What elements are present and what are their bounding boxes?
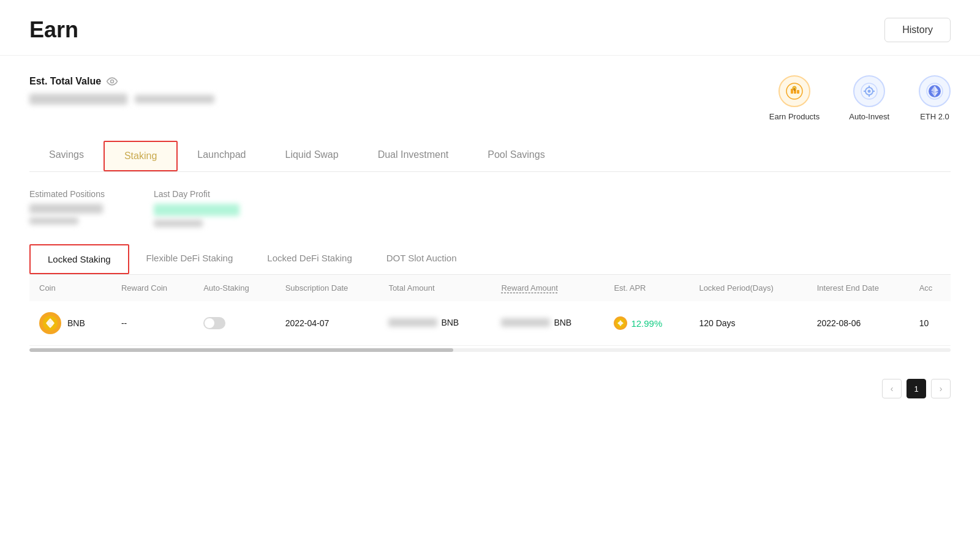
nav-eth20[interactable]: ETH 2.0 <box>919 75 951 121</box>
value-blur-2 <box>135 95 214 103</box>
auto-staking-cell <box>194 301 275 346</box>
tab-staking[interactable]: Staking <box>104 141 178 171</box>
tab-dual-investment[interactable]: Dual Investment <box>358 141 469 171</box>
history-button[interactable]: History <box>884 18 951 42</box>
staking-table: Coin Reward Coin Auto-Staking Subscripti… <box>29 275 951 354</box>
locked-period-cell: 120 Days <box>689 301 807 346</box>
col-reward-coin: Reward Coin <box>111 275 194 301</box>
coin-cell: BNB <box>29 301 111 346</box>
pagination: ‹ 1 › <box>0 369 980 408</box>
nav-auto-invest[interactable]: Auto-Invest <box>849 75 889 121</box>
bnb-coin-icon <box>39 312 61 334</box>
sub-tab-flexible-defi[interactable]: Flexible DeFi Staking <box>129 244 251 274</box>
svg-rect-4 <box>797 90 799 94</box>
total-value-blurred <box>29 94 214 105</box>
acc-cell: 10 <box>910 301 951 346</box>
col-interest-end-date: Interest End Date <box>807 275 910 301</box>
col-auto-staking: Auto-Staking <box>194 275 275 301</box>
tab-launchpad[interactable]: Launchpad <box>178 141 265 171</box>
auto-staking-toggle[interactable] <box>203 317 225 329</box>
svg-text:$: $ <box>794 88 796 91</box>
profit-value <box>154 204 239 227</box>
est-total-label: Est. Total Value <box>29 75 214 88</box>
next-page-button[interactable]: › <box>931 379 951 398</box>
tab-pool-savings[interactable]: Pool Savings <box>468 141 564 171</box>
value-blur-1 <box>29 94 127 105</box>
profit-blur-2 <box>154 220 203 227</box>
reward-coin-cell: -- <box>111 301 194 346</box>
sub-tab-dot-slot[interactable]: DOT Slot Auction <box>369 244 474 274</box>
col-reward-amount: Reward Amount <box>491 275 604 301</box>
apr-value: 12.99% <box>631 318 662 329</box>
profit-blur-green <box>154 204 239 216</box>
eth20-label: ETH 2.0 <box>920 112 949 121</box>
estimated-positions: Estimated Positions <box>29 189 105 227</box>
col-est-apr: Est. APR <box>604 275 689 301</box>
page-header: Earn History <box>0 0 980 56</box>
table-scrollbar[interactable] <box>29 348 951 352</box>
stats-row: Estimated Positions Last Day Profit <box>29 189 951 227</box>
nav-earn-products[interactable]: $ Earn Products <box>769 75 820 121</box>
tab-savings[interactable]: Savings <box>29 141 104 171</box>
estimated-positions-label: Estimated Positions <box>29 189 105 199</box>
eye-icon[interactable] <box>106 75 118 88</box>
total-amount-cell: BNB <box>379 301 491 346</box>
locked-staking-table: Coin Reward Coin Auto-Staking Subscripti… <box>29 275 951 346</box>
total-value-section: Est. Total Value <box>29 75 214 105</box>
scrollbar-thumb <box>29 348 453 352</box>
sub-tab-locked-staking[interactable]: Locked Staking <box>29 244 129 274</box>
col-coin: Coin <box>29 275 111 301</box>
svg-point-9 <box>868 90 871 93</box>
last-day-profit-label: Last Day Profit <box>154 189 239 199</box>
svg-point-0 <box>111 80 114 83</box>
est-apr-cell: 12.99% <box>604 301 689 346</box>
sub-tab-locked-defi[interactable]: Locked DeFi Staking <box>250 244 369 274</box>
total-amount-blur <box>388 318 437 327</box>
sub-tabs: Locked Staking Flexible DeFi Staking Loc… <box>29 244 951 275</box>
col-acc: Acc <box>910 275 951 301</box>
reward-amount-suffix: BNB <box>554 318 571 327</box>
page-title: Earn <box>29 17 78 43</box>
quick-nav: $ Earn Products <box>769 75 951 121</box>
earn-products-icon: $ <box>778 75 810 107</box>
table-header-row: Coin Reward Coin Auto-Staking Subscripti… <box>29 275 951 301</box>
positions-blur-2 <box>29 217 78 225</box>
page-1-button[interactable]: 1 <box>907 379 926 398</box>
apr-coin-icon <box>614 316 627 330</box>
total-amount-suffix: BNB <box>441 318 459 327</box>
tab-liquid-swap[interactable]: Liquid Swap <box>265 141 358 171</box>
eth20-icon <box>919 75 951 107</box>
col-locked-period: Locked Period(Days) <box>689 275 807 301</box>
earn-products-label: Earn Products <box>769 112 820 121</box>
reward-amount-cell: BNB <box>491 301 604 346</box>
auto-invest-label: Auto-Invest <box>849 112 889 121</box>
main-tabs: Savings Staking Launchpad Liquid Swap Du… <box>29 141 951 172</box>
interest-end-date-cell: 2022-08-06 <box>807 301 910 346</box>
positions-value <box>29 204 105 225</box>
last-day-profit: Last Day Profit <box>154 189 239 227</box>
positions-blur-1 <box>29 204 103 214</box>
auto-invest-icon <box>853 75 885 107</box>
col-subscription-date: Subscription Date <box>276 275 379 301</box>
main-content: Est. Total Value <box>0 56 980 369</box>
coin-name: BNB <box>67 318 85 328</box>
subscription-date-cell: 2022-04-07 <box>276 301 379 346</box>
top-section: Est. Total Value <box>29 75 951 121</box>
reward-amount-blur <box>501 318 550 327</box>
col-total-amount: Total Amount <box>379 275 491 301</box>
prev-page-button[interactable]: ‹ <box>882 379 902 398</box>
table-row: BNB -- 2022-04-07 BNB <box>29 301 951 346</box>
